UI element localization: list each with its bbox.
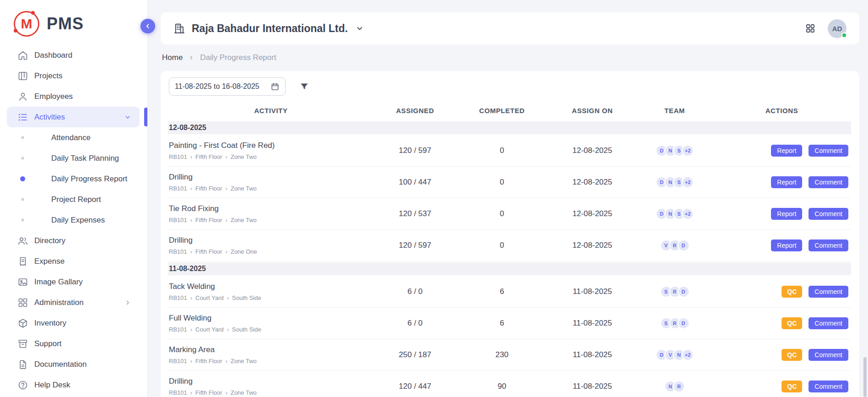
assigned-value: 120 / 597 bbox=[374, 241, 456, 250]
team-avatars: DVN+2 bbox=[637, 349, 712, 361]
chevron-right-icon: › bbox=[190, 295, 192, 301]
sidebar-subitem-attendance[interactable]: Attendance bbox=[0, 127, 147, 148]
report-button[interactable]: Report bbox=[771, 208, 802, 220]
assign-on-value: 11-08-2025 bbox=[548, 350, 637, 359]
team-avatars: NR bbox=[637, 381, 712, 392]
completed-value: 0 bbox=[456, 209, 548, 218]
avatar[interactable]: AD bbox=[828, 19, 846, 38]
chevron-right-icon: › bbox=[226, 185, 227, 191]
activity-name: Full Welding bbox=[169, 314, 374, 323]
sidebar-item-administration[interactable]: Administration bbox=[7, 292, 140, 313]
comment-button[interactable]: Comment bbox=[809, 317, 848, 329]
team-member-badge[interactable]: D bbox=[678, 317, 690, 329]
team-member-badge[interactable]: D bbox=[678, 286, 690, 298]
bullet-icon bbox=[20, 176, 25, 181]
report-button[interactable]: Report bbox=[771, 145, 802, 157]
comment-button[interactable]: Comment bbox=[809, 381, 848, 392]
group-date-label: 11-08-2025 bbox=[169, 265, 206, 273]
comment-button[interactable]: Comment bbox=[809, 239, 848, 251]
table-header-row: ACTIVITYASSIGNEDCOMPLETEDASSIGN ONTEAMAC… bbox=[168, 100, 851, 120]
team-member-badge[interactable]: D bbox=[678, 239, 690, 251]
team-member-badge[interactable]: R bbox=[673, 381, 685, 392]
company-name[interactable]: Raja Bahadur International Ltd. bbox=[192, 22, 348, 35]
sidebar-item-employees[interactable]: Employees bbox=[7, 86, 140, 107]
sidebar-subitem-daily-expenses[interactable]: Daily Expenses bbox=[0, 210, 147, 230]
qc-button[interactable]: QC bbox=[782, 381, 802, 392]
building-icon bbox=[173, 22, 185, 34]
sidebar-subitem-daily-progress-report[interactable]: Daily Progress Report bbox=[0, 169, 147, 189]
row-actions: QCComment bbox=[712, 317, 851, 329]
breadcrumb-home-link[interactable]: Home bbox=[162, 53, 183, 62]
people-icon bbox=[17, 235, 28, 246]
date-range-input[interactable] bbox=[175, 82, 267, 91]
row-actions: ReportComment bbox=[712, 208, 851, 220]
comment-button[interactable]: Comment bbox=[809, 145, 848, 157]
vertical-scrollbar[interactable] bbox=[863, 357, 867, 397]
bullet-icon bbox=[21, 157, 24, 160]
help-icon bbox=[17, 380, 28, 391]
team-more-badge[interactable]: +2 bbox=[682, 145, 694, 157]
sidebar-item-documentation[interactable]: Documentation bbox=[7, 354, 140, 375]
assigned-value: 120 / 597 bbox=[374, 146, 456, 155]
sidebar-item-directory[interactable]: Directory bbox=[7, 230, 140, 251]
activity-breadcrumb: RB101›Fifth Floor›Zone Two bbox=[169, 358, 374, 364]
team-more-badge[interactable]: +2 bbox=[682, 349, 694, 361]
sidebar-nav: DashboardProjectsEmployeesActivitiesAtte… bbox=[0, 44, 147, 395]
apps-grid-icon[interactable] bbox=[805, 23, 816, 34]
sidebar-item-dashboard[interactable]: Dashboard bbox=[7, 45, 140, 65]
sidebar-subitem-project-report[interactable]: Project Report bbox=[0, 189, 147, 210]
row-actions: ReportComment bbox=[712, 239, 851, 251]
column-header-completed: COMPLETED bbox=[456, 107, 548, 114]
activity-name: Marking Area bbox=[169, 345, 374, 354]
comment-button[interactable]: Comment bbox=[809, 176, 848, 188]
team-avatars: DNS+2 bbox=[637, 208, 712, 220]
logo-m-icon: M bbox=[14, 11, 39, 37]
column-header-assigned: ASSIGNED bbox=[374, 107, 456, 114]
row-actions: ReportComment bbox=[712, 145, 851, 157]
sidebar-collapse-button[interactable] bbox=[140, 19, 155, 33]
assigned-value: 120 / 537 bbox=[374, 209, 456, 218]
completed-value: 0 bbox=[456, 241, 548, 250]
qc-button[interactable]: QC bbox=[782, 317, 802, 329]
sidebar-item-support[interactable]: Support bbox=[7, 333, 140, 354]
comment-button[interactable]: Comment bbox=[809, 349, 848, 361]
activity-breadcrumb: RB101›Fifth Floor›Zone Two bbox=[169, 217, 374, 223]
sidebar-item-help-desk[interactable]: Help Desk bbox=[7, 375, 140, 395]
date-range-picker[interactable] bbox=[169, 77, 286, 96]
report-button[interactable]: Report bbox=[771, 239, 802, 251]
table-row: DrillingRB101›Fifth Floor›Zone One120 / … bbox=[168, 230, 851, 261]
assign-on-value: 11-08-2025 bbox=[548, 382, 637, 391]
row-actions: ReportComment bbox=[712, 176, 851, 188]
comment-button[interactable]: Comment bbox=[809, 286, 848, 298]
column-header-actions: ACTIONS bbox=[712, 107, 851, 114]
assign-on-value: 12-08-2025 bbox=[548, 209, 637, 218]
bullet-icon bbox=[21, 218, 24, 222]
column-header-team: TEAM bbox=[637, 107, 712, 114]
team-more-badge[interactable]: +2 bbox=[682, 176, 694, 188]
row-actions: QCComment bbox=[712, 349, 851, 361]
qc-button[interactable]: QC bbox=[782, 349, 802, 361]
qc-button[interactable]: QC bbox=[782, 286, 802, 298]
report-button[interactable]: Report bbox=[771, 176, 802, 188]
activity-breadcrumb: RB101›Fifth Floor›Zone Two bbox=[169, 185, 374, 192]
assign-on-value: 11-08-2025 bbox=[548, 287, 637, 296]
sidebar-item-image-gallary[interactable]: Image Gallary bbox=[7, 272, 140, 292]
list-icon bbox=[17, 112, 28, 123]
sidebar-item-inventory[interactable]: Inventory bbox=[7, 313, 140, 333]
filter-icon[interactable] bbox=[299, 82, 309, 92]
sidebar-item-activities[interactable]: Activities bbox=[7, 107, 140, 127]
assigned-value: 120 / 447 bbox=[374, 382, 456, 391]
comment-button[interactable]: Comment bbox=[809, 208, 848, 220]
calendar-icon[interactable] bbox=[270, 82, 280, 91]
sidebar-subitem-daily-task-planning[interactable]: Daily Task Planning bbox=[0, 148, 147, 169]
filter-row bbox=[169, 77, 851, 96]
team-more-badge[interactable]: +2 bbox=[682, 208, 694, 220]
team-avatars: DNS+2 bbox=[637, 176, 712, 188]
receipt-icon bbox=[17, 256, 28, 267]
sidebar-item-projects[interactable]: Projects bbox=[7, 65, 140, 86]
sidebar-item-expense[interactable]: Expense bbox=[7, 251, 140, 272]
chevron-right-icon: › bbox=[226, 249, 227, 255]
main-area: Raja Bahadur International Ltd. AD Home … bbox=[148, 0, 868, 397]
breadcrumb: Home Daily Progress Report bbox=[162, 53, 276, 62]
chevron-down-icon[interactable] bbox=[355, 24, 364, 33]
